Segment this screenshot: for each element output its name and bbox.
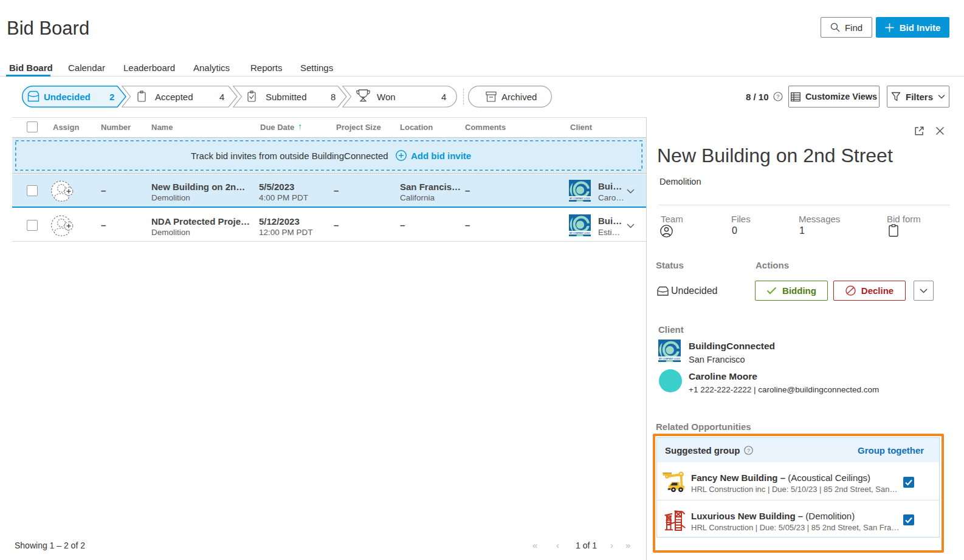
svg-text:?: ? [747, 448, 750, 454]
svg-text:?: ? [776, 93, 779, 100]
